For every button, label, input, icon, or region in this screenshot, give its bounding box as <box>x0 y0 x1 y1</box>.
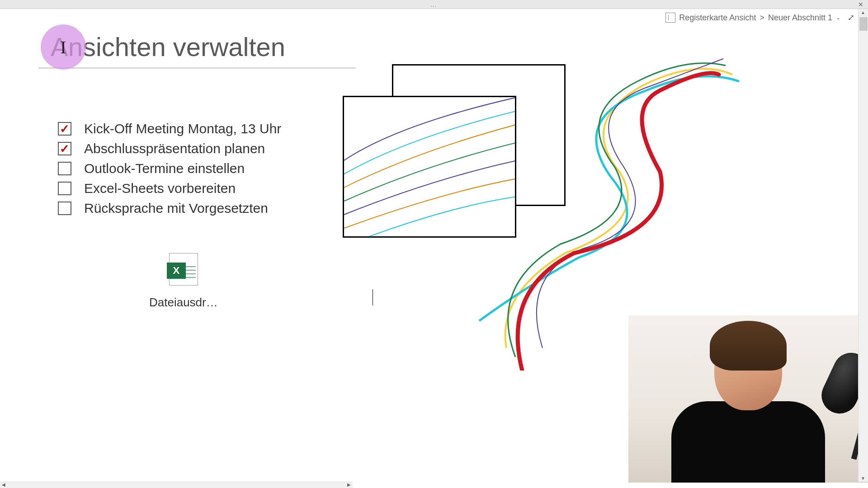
titlebar-ellipsis-icon[interactable]: … <box>430 1 438 8</box>
text-cursor-icon: I <box>60 37 66 58</box>
title-underline <box>38 68 356 68</box>
todo-checklist: ✓ Kick-Off Meeting Montag, 13 Uhr ✓ Absc… <box>58 121 281 221</box>
checkbox[interactable]: ✓ <box>58 122 71 136</box>
file-attachment[interactable]: X Dateiausdr… <box>149 253 218 310</box>
drawing-rectangle-front[interactable] <box>343 96 516 238</box>
checkbox[interactable] <box>58 202 71 215</box>
list-item: Rücksprache mit Vorgesetzten <box>58 201 281 216</box>
scroll-left-arrow-icon[interactable]: ◀ <box>2 482 5 487</box>
list-item-label[interactable]: Outlook-Termine einstellen <box>84 161 245 176</box>
navigation-pane-icon[interactable] <box>665 13 675 23</box>
presenter-figure <box>671 329 825 483</box>
breadcrumb-segment-2[interactable]: Neuer Abschnitt 1 <box>768 13 832 23</box>
checkmark-icon: ✓ <box>60 142 70 156</box>
microphone-icon <box>809 352 863 442</box>
excel-file-icon: X <box>169 253 198 286</box>
scroll-up-arrow-icon[interactable]: ▲ <box>861 10 865 15</box>
checkbox[interactable] <box>58 182 71 195</box>
breadcrumb-separator: > <box>760 13 764 23</box>
checkmark-icon: ✓ <box>60 122 70 136</box>
list-item-label[interactable]: Rücksprache mit Vorgesetzten <box>84 201 268 216</box>
checkbox[interactable]: ✓ <box>58 142 71 155</box>
file-attachment-label: Dateiausdr… <box>149 296 218 310</box>
cursor-highlight: I <box>41 24 86 70</box>
ink-sketch-icon <box>344 97 516 238</box>
vertical-scrollbar[interactable]: ▲ ▼ <box>858 9 868 482</box>
close-icon[interactable]: ✕ <box>858 1 863 8</box>
list-item-label[interactable]: Abschlusspräsentation planen <box>84 141 265 156</box>
scrollbar-thumb[interactable] <box>859 17 868 31</box>
breadcrumb-segment-1[interactable]: Registerkarte Ansicht <box>679 13 756 23</box>
list-item: Outlook-Termine einstellen <box>58 161 281 176</box>
text-caret <box>373 289 373 305</box>
list-item: ✓ Abschlusspräsentation planen <box>58 141 281 156</box>
window-titlebar: … ✕ <box>0 0 868 9</box>
horizontal-scrollbar[interactable]: ◀ ▶ <box>0 482 353 488</box>
list-item: Excel-Sheets vorbereiten <box>58 181 281 196</box>
checkbox[interactable] <box>58 162 71 175</box>
fullscreen-icon[interactable]: ⤢ <box>848 13 854 23</box>
list-item: ✓ Kick-Off Meeting Montag, 13 Uhr <box>58 121 281 136</box>
breadcrumb: Registerkarte Ansicht > Neuer Abschnitt … <box>665 13 854 23</box>
scroll-right-arrow-icon[interactable]: ▶ <box>347 482 351 487</box>
list-item-label[interactable]: Excel-Sheets vorbereiten <box>84 181 236 196</box>
list-item-label[interactable]: Kick-Off Meeting Montag, 13 Uhr <box>84 121 281 136</box>
scroll-down-arrow-icon[interactable]: ▼ <box>861 476 865 481</box>
chevron-down-icon[interactable]: ⌄ <box>836 14 840 21</box>
webcam-overlay <box>628 315 868 483</box>
